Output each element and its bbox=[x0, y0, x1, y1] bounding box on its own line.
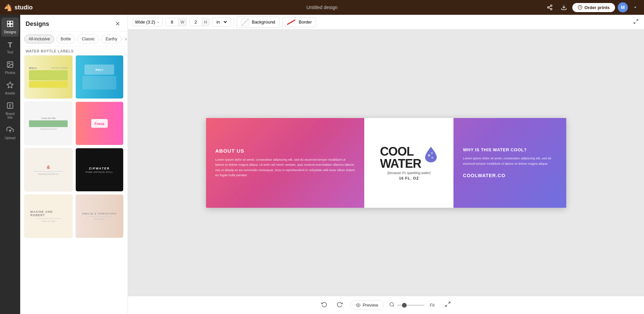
cool-water-brand: COOLWATER bbox=[380, 146, 421, 170]
design-card-1[interactable]: Billy's NATURAL WATER bbox=[24, 55, 73, 99]
design-thumb-1: Billy's NATURAL WATER bbox=[25, 55, 72, 99]
border-button[interactable]: Border bbox=[282, 17, 316, 27]
sidebar-photos-label: Photos bbox=[5, 71, 15, 75]
sidebar-item-upload[interactable]: Upload bbox=[1, 123, 19, 143]
svg-line-18 bbox=[634, 22, 636, 24]
background-label: Background bbox=[252, 19, 275, 25]
tab-earthy[interactable]: Earthy bbox=[101, 35, 122, 43]
design-thumb-2: Billy's bbox=[76, 55, 124, 99]
height-input[interactable] bbox=[190, 18, 202, 26]
upload-icon bbox=[6, 126, 14, 135]
svg-rect-8 bbox=[10, 21, 13, 24]
sidebar-item-brand-kits[interactable]: Brand kits bbox=[1, 99, 19, 122]
unit-select-input[interactable]: in cm px bbox=[215, 19, 228, 25]
design-thumb-7: MAXINE AND ROBERT JUNE 14, 2024 bbox=[25, 195, 72, 238]
svg-point-0 bbox=[550, 5, 552, 7]
designs-panel-title: Designs bbox=[26, 21, 49, 28]
coolwater-url: COOLWATER.CO bbox=[463, 173, 556, 178]
more-categories-button[interactable]: › bbox=[124, 35, 128, 43]
sidebar-item-text[interactable]: T Text bbox=[1, 38, 19, 57]
preview-label: Preview bbox=[363, 303, 378, 308]
designs-row-2: Costa del Mar PREMIUM WATER Fresa bbox=[24, 102, 124, 145]
close-panel-button[interactable]: ✕ bbox=[113, 19, 122, 28]
main-layout: Designs T Text Photos Assets Brand kits bbox=[0, 15, 644, 314]
logo-icon: 🐴 bbox=[4, 3, 12, 11]
height-label: H bbox=[202, 18, 209, 26]
svg-line-4 bbox=[549, 6, 550, 7]
svg-line-16 bbox=[287, 20, 295, 25]
undo-button[interactable] bbox=[319, 299, 329, 311]
section-label: WATER BOTTLE LABELS bbox=[20, 46, 128, 55]
design-card-2[interactable]: Billy's bbox=[75, 55, 124, 99]
svg-rect-10 bbox=[10, 24, 13, 27]
svg-rect-9 bbox=[7, 24, 10, 27]
design-thumb-6: ZIPWATER PURE ARTISAN STILL bbox=[76, 148, 124, 191]
svg-point-19 bbox=[428, 154, 430, 156]
sidebar-assets-label: Assets bbox=[5, 91, 15, 95]
brand-kits-icon bbox=[6, 102, 14, 111]
width-input-group: W bbox=[166, 18, 187, 26]
expand-button[interactable] bbox=[443, 299, 453, 311]
category-tabs: All-inclusive Bottle Classic Earthy › bbox=[20, 32, 128, 46]
document-title: Untitled design bbox=[306, 5, 338, 10]
canvas-container[interactable]: ABOUT US Lorem ipsum dolor sit amet, con… bbox=[128, 30, 644, 296]
svg-point-23 bbox=[390, 303, 394, 306]
sidebar-item-assets[interactable]: Assets bbox=[1, 79, 19, 98]
svg-point-12 bbox=[8, 63, 9, 64]
sidebar-item-designs[interactable]: Designs bbox=[1, 17, 19, 37]
canvas-right-section: WHY IS THIS WATER COOL? Lorem ipsum dolo… bbox=[453, 118, 566, 208]
water-drop-icon bbox=[424, 146, 438, 163]
order-prints-button[interactable]: Order prints bbox=[572, 3, 615, 12]
design-card-6[interactable]: ZIPWATER PURE ARTISAN STILL bbox=[75, 148, 124, 192]
border-label: Border bbox=[299, 19, 312, 25]
size-preset-select[interactable]: Wide (3:2) bbox=[132, 18, 163, 26]
user-menu-button[interactable] bbox=[631, 3, 640, 11]
unit-select[interactable]: in cm px bbox=[212, 17, 231, 27]
assets-icon bbox=[6, 81, 14, 90]
canvas-center-section: COOLWATER (because it's sparkling water)… bbox=[364, 118, 453, 208]
icon-sidebar: Designs T Text Photos Assets Brand kits bbox=[0, 15, 20, 314]
design-card-7[interactable]: MAXINE AND ROBERT JUNE 14, 2024 bbox=[24, 194, 73, 238]
tab-bottle[interactable]: Bottle bbox=[56, 35, 75, 43]
sidebar-upload-label: Upload bbox=[5, 136, 15, 140]
zoom-slider[interactable] bbox=[397, 305, 424, 306]
svg-point-1 bbox=[547, 7, 549, 8]
width-input[interactable] bbox=[166, 18, 178, 26]
svg-line-25 bbox=[448, 302, 450, 304]
download-button[interactable] bbox=[558, 2, 570, 12]
svg-line-17 bbox=[636, 19, 638, 21]
design-canvas[interactable]: ABOUT US Lorem ipsum dolor sit amet, con… bbox=[206, 118, 566, 208]
tab-classic[interactable]: Classic bbox=[77, 35, 99, 43]
preview-button[interactable]: Preview bbox=[350, 300, 384, 310]
height-input-group: H bbox=[189, 18, 209, 26]
design-card-3[interactable]: Costa del Mar PREMIUM WATER bbox=[24, 102, 73, 145]
designs-grid: Billy's NATURAL WATER bbox=[20, 55, 128, 314]
svg-line-24 bbox=[393, 306, 394, 307]
tab-all-inclusive[interactable]: All-inclusive bbox=[24, 35, 54, 43]
user-avatar-button[interactable]: M bbox=[618, 2, 628, 12]
share-button[interactable] bbox=[544, 2, 555, 12]
designs-icon bbox=[6, 20, 14, 29]
background-button[interactable]: Background bbox=[237, 16, 279, 28]
design-card-5[interactable]: & PREMIUM WATER CO bbox=[24, 148, 73, 192]
designs-panel: Designs ✕ All-inclusive Bottle Classic E… bbox=[20, 15, 128, 314]
tagline-text: (because it's sparkling water) bbox=[387, 171, 431, 175]
design-thumb-8: EMILIE & CHRISTOPH 08.24.2024 bbox=[76, 195, 124, 238]
logo: 🐴 studio bbox=[4, 3, 33, 11]
why-cool-title: WHY IS THIS WATER COOL? bbox=[463, 147, 556, 152]
svg-rect-7 bbox=[7, 21, 10, 24]
about-us-body: Lorem ipsum dolor sit amet, consectetur … bbox=[215, 157, 355, 178]
photos-icon bbox=[6, 61, 14, 70]
designs-row-3: & PREMIUM WATER CO ZIPWATER PURE ARTISA bbox=[24, 148, 124, 192]
fit-label: Fit bbox=[427, 301, 437, 309]
logo-text: studio bbox=[14, 4, 33, 11]
canvas-area: Wide (3:2) W H in cm px bbox=[128, 15, 644, 314]
design-card-4[interactable]: Fresa bbox=[75, 102, 124, 145]
sidebar-item-photos[interactable]: Photos bbox=[1, 58, 19, 77]
redo-button[interactable] bbox=[335, 299, 345, 311]
zoom-icon bbox=[389, 302, 395, 309]
fullscreen-button[interactable] bbox=[632, 17, 640, 27]
text-icon: T bbox=[8, 41, 12, 49]
design-card-8[interactable]: EMILIE & CHRISTOPH 08.24.2024 bbox=[75, 194, 124, 238]
cool-water-header: COOLWATER bbox=[380, 146, 438, 170]
